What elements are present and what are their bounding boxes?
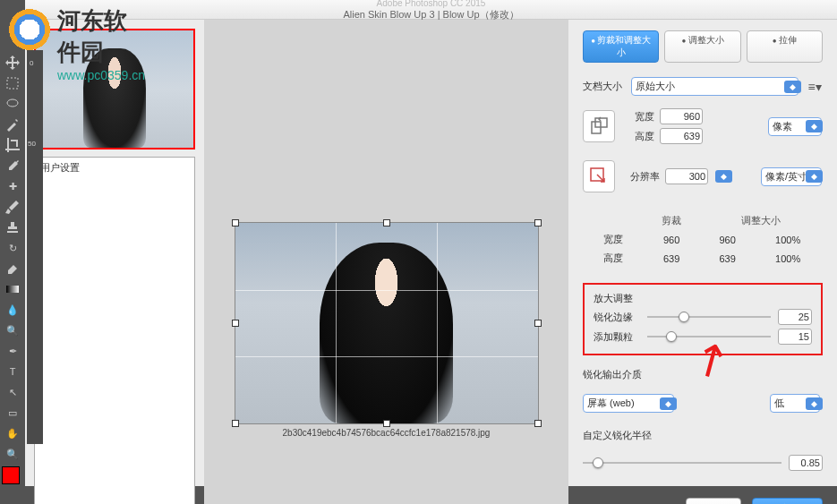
crop-overlay[interactable] [232,219,542,427]
sharpen-value[interactable] [778,309,812,325]
doc-size-dropdown-icon[interactable]: ◆ [784,81,801,93]
res-unit-arrow-icon[interactable]: ◆ [806,170,823,183]
path-tool[interactable]: ↖ [2,382,23,402]
doc-size-select[interactable]: 原始大小 [631,77,799,96]
type-tool[interactable]: T [2,362,23,381]
svg-point-1 [7,99,18,107]
blur-tool[interactable]: 💧 [2,300,23,320]
stamp-tool[interactable] [2,218,23,237]
lasso-tool[interactable] [2,94,23,114]
size-unit-arrow-icon[interactable]: ◆ [806,120,823,132]
user-settings-list[interactable]: 用户设置 [34,157,195,504]
doc-size-label: 文档大小 [583,80,626,93]
mode-tabs: 剪裁和调整大小 调整大小 拉伸 [583,30,823,63]
cancel-button[interactable]: 取消 [686,498,741,504]
dodge-tool[interactable]: 🔍 [2,320,23,340]
window-title: Alien Skin Blow Up 3 | Blow Up（修改） [343,9,518,20]
options-menu-icon[interactable]: ≡▾ [807,80,823,94]
height-input[interactable] [660,128,703,144]
sharpen-label: 锐化边缘 [594,311,640,324]
width-label: 宽度 [622,110,654,124]
heal-tool[interactable]: ✚ [2,176,23,196]
ps-toolbar: ✚ ↻ 💧 🔍 ✒ T ↖ ▭ ✋ 🔍 [0,0,25,504]
tab-stretch[interactable]: 拉伸 [747,30,823,63]
radius-label: 自定义锐化半径 [583,429,663,442]
app-title-dim: Adobe Photoshop CC 2015 [377,0,486,8]
foreground-color-swatch[interactable] [2,466,20,484]
height-label: 高度 [622,130,654,143]
ruler-vertical: 0 50 [27,50,43,444]
grain-label: 添加颗粒 [594,330,640,344]
gradient-tool[interactable] [2,279,23,299]
navigator-thumbnail[interactable] [34,29,195,149]
history-brush-tool[interactable]: ↻ [2,238,23,258]
preview-image[interactable] [235,222,539,424]
svg-rect-0 [7,78,18,89]
shape-tool[interactable]: ▭ [2,403,23,423]
plugin-window: Adobe Photoshop CC 2015 Alien Skin Blow … [25,0,837,486]
wand-tool[interactable] [2,115,23,134]
output-medium-arrow-icon[interactable]: ◆ [660,397,677,410]
ok-button[interactable]: 确定(O) [752,498,823,504]
user-settings-label: 用户设置 [40,162,80,173]
canvas-area[interactable]: 2b30c419ebc4b74576bcac64ccfc1e178a821578… [204,20,568,504]
move-tool[interactable] [2,53,23,73]
eyedropper-tool[interactable] [2,156,23,175]
zoom-tool[interactable]: 🔍 [2,444,23,464]
crop-tool[interactable] [2,135,23,155]
tab-crop-resize[interactable]: 剪裁和调整大小 [583,30,659,63]
grain-slider[interactable] [647,329,771,344]
left-panel: 用户设置 [25,20,204,504]
resolution-label: 分辨率 [622,170,660,184]
grain-value[interactable] [778,329,812,345]
brush-tool[interactable] [2,197,23,217]
svg-rect-2 [6,286,19,293]
enlarge-title: 放大调整 [594,292,812,305]
radius-value[interactable] [789,455,823,471]
dimensions-info-table: 剪裁调整大小 宽度960960100% 高度639639100% [583,210,823,269]
center-panel: ◀ 2b30c419ebc4b74576bcac64ccfc1e178a8215… [204,20,568,504]
rotate-icon[interactable] [583,110,615,142]
width-input[interactable] [660,108,703,124]
radius-slider[interactable] [583,456,781,470]
hand-tool[interactable]: ✋ [2,423,23,443]
resolution-icon[interactable] [583,160,615,192]
marquee-tool[interactable] [2,73,23,93]
title-bar: Adobe Photoshop CC 2015 Alien Skin Blow … [25,0,837,20]
sharpen-slider[interactable] [647,310,771,324]
filename-readout: 2b30c419ebc4b74576bcac64ccfc1e178a821578… [283,428,491,438]
quality-arrow-icon[interactable]: ◆ [806,397,823,410]
tab-resize[interactable]: 调整大小 [664,30,740,63]
right-panel: 剪裁和调整大小 调整大小 拉伸 文档大小 原始大小 ◆ ≡▾ 宽度 [568,20,837,504]
resolution-input[interactable] [665,168,708,184]
eraser-tool[interactable] [2,259,23,278]
enlarge-section-highlight: 放大调整 锐化边缘 添加颗粒 ↗ [583,283,823,355]
pen-tool[interactable]: ✒ [2,341,23,361]
sharpen-output-title: 锐化输出介质 [583,368,823,381]
res-stepper-icon[interactable]: ◆ [715,170,732,183]
